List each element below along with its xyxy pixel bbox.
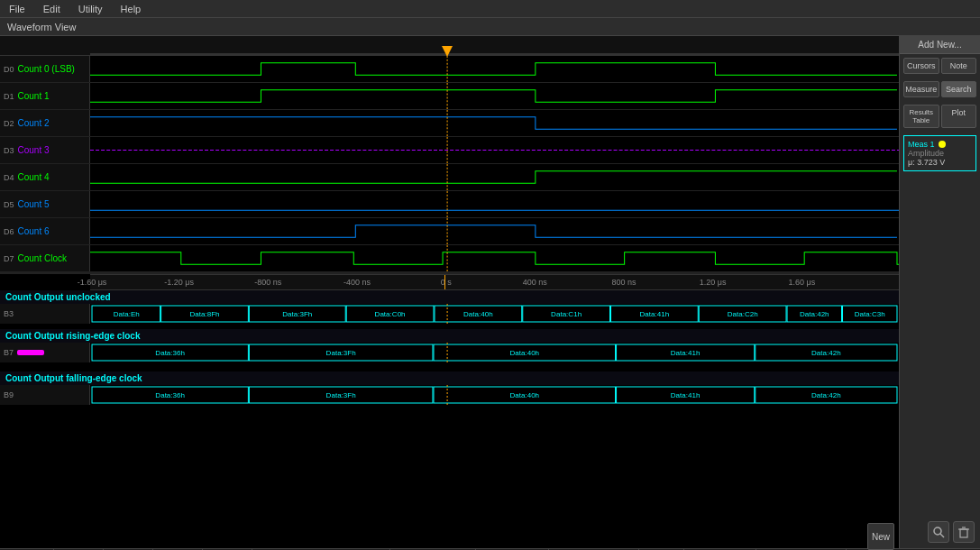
channel-row-d1: D1 Count 1 <box>0 83 899 110</box>
channel-wave-d7 <box>90 245 899 271</box>
svg-text:Data:36h: Data:36h <box>155 391 185 399</box>
svg-text:Data:40h: Data:40h <box>463 310 493 318</box>
bus3-header: Count Output falling-edge clock <box>0 371 899 385</box>
channel-label-d6: D6 Count 6 <box>0 218 90 244</box>
svg-text:Data:Eh: Data:Eh <box>114 310 140 318</box>
bus3-label: B9 <box>0 385 90 405</box>
bus2-color-indicator <box>17 350 44 355</box>
svg-text:Data:41h: Data:41h <box>640 310 670 318</box>
tick-1: -1.20 μs <box>164 278 194 287</box>
channel-row-d6: D6 Count 6 <box>0 218 899 245</box>
svg-point-53 <box>934 527 941 535</box>
note-button[interactable]: Note <box>941 58 977 74</box>
magnifier-button[interactable] <box>928 521 949 543</box>
menu-help[interactable]: Help <box>112 4 151 14</box>
spacer-right <box>900 175 980 516</box>
bus1-row: B3 Data:Eh Data:8Fh Data:3Fh Data: <box>0 304 899 324</box>
bus2-row: B7 Data:36h Data:3Fh Data:40h Data:4 <box>0 343 899 362</box>
bus1-section: Count Output unclocked B3 Data:Eh Data:8… <box>0 290 899 324</box>
svg-text:Data:40h: Data:40h <box>509 349 539 357</box>
svg-text:Data:36h: Data:36h <box>155 349 185 357</box>
tick-8: 1.60 μs <box>789 278 816 287</box>
channel-label-d3: D3 Count 3 <box>0 137 90 163</box>
svg-text:Data:3Fh: Data:3Fh <box>326 391 356 399</box>
svg-text:Data:42h: Data:42h <box>811 349 841 357</box>
channel-label-d4: D4 Count 4 <box>0 164 90 190</box>
svg-rect-55 <box>960 529 967 537</box>
bus3-section: Count Output falling-edge clock B9 Data:… <box>0 371 899 405</box>
tick-3: -400 ns <box>343 278 371 287</box>
trash-button[interactable] <box>953 521 975 543</box>
channel-wave-d2 <box>90 110 899 136</box>
bus1-header: Count Output unclocked <box>0 290 899 304</box>
svg-text:Data:C3h: Data:C3h <box>855 310 885 318</box>
bus2-wave: Data:36h Data:3Fh Data:40h Data:41h Data… <box>90 343 899 362</box>
plot-button[interactable]: Plot <box>941 105 977 128</box>
title-bar: Waveform View <box>0 18 980 36</box>
bus2-label: B7 <box>0 343 90 362</box>
tick-0: -1.60 μs <box>78 278 107 287</box>
menu-file[interactable]: File <box>0 4 34 14</box>
add-new-button[interactable]: Add New... <box>900 36 980 54</box>
meas1-label: Amplitude <box>908 149 972 158</box>
app-container: File Edit Utility Help Waveform View <box>0 0 980 550</box>
meas1-header: Meas 1 <box>908 140 972 149</box>
bus2-header: Count Output rising-edge clock <box>0 329 899 343</box>
cursor-arrow <box>442 46 453 57</box>
channel-row-d0: D0 Count 0 (LSB) <box>0 56 899 83</box>
channel-label-d0: D0 Count 0 (LSB) <box>0 56 90 82</box>
svg-text:Data:8Fh: Data:8Fh <box>189 310 219 318</box>
time-axis: -1.60 μs -1.20 μs -800 ns -400 ns 0 s 40… <box>90 274 899 290</box>
channel-wave-d6 <box>90 218 899 244</box>
channels-area: D0 Count 0 (LSB) D <box>0 56 899 272</box>
tick-2: -800 ns <box>254 278 281 287</box>
svg-text:Data:3Fh: Data:3Fh <box>326 349 356 357</box>
tick-7: 1.20 μs <box>700 278 727 287</box>
main-area: D0 Count 0 (LSB) D <box>0 36 980 548</box>
tick-6: 800 ns <box>612 278 637 287</box>
svg-line-54 <box>940 534 944 537</box>
waveform-view-title: Waveform View <box>7 22 76 32</box>
channel-label-d2: D2 Count 2 <box>0 110 90 136</box>
timeline-header <box>0 36 899 56</box>
svg-text:Data:C2h: Data:C2h <box>728 310 758 318</box>
measure-search-row: Measure Search <box>903 81 976 97</box>
meas1-value: μ: 3.723 V <box>908 158 972 167</box>
channel-row-d3: D3 Count 3 <box>0 137 899 164</box>
bus1-label: B3 <box>0 304 90 324</box>
menu-edit[interactable]: Edit <box>34 4 69 14</box>
waveform-panel: D0 Count 0 (LSB) D <box>0 36 899 548</box>
svg-text:Data:41h: Data:41h <box>671 391 701 399</box>
channel-row-d4: D4 Count 4 <box>0 164 899 191</box>
bus1-wave: Data:Eh Data:8Fh Data:3Fh Data:C0h Data:… <box>90 304 899 324</box>
channel-label-d7: D7 Count Clock <box>0 245 90 271</box>
channel-wave-d5 <box>90 191 899 217</box>
tick-4: 0 s <box>441 278 452 287</box>
tick-5: 400 ns <box>523 278 547 287</box>
channel-row-d7: D7 Count Clock <box>0 245 899 272</box>
measure-button[interactable]: Measure <box>903 81 939 97</box>
channel-row-d5: D5 Count 5 <box>0 191 899 218</box>
bus2-section: Count Output rising-edge clock B7 Data:3… <box>0 329 899 362</box>
cursor-tick-line <box>444 275 445 289</box>
meas1-title: Meas 1 <box>908 140 935 149</box>
results-table-button[interactable]: Results Table <box>903 105 939 128</box>
spacer <box>0 362 899 371</box>
right-panel: Add New... Cursors Note Measure Search R… <box>899 36 980 548</box>
search-button[interactable]: Search <box>941 81 977 97</box>
icon-row <box>900 516 980 548</box>
channel-wave-d4 <box>90 164 899 190</box>
channel-label-d1: D1 Count 1 <box>0 83 90 109</box>
cursors-button[interactable]: Cursors <box>903 58 939 74</box>
bus3-wave: Data:36h Data:3Fh Data:40h Data:41h Data… <box>90 385 899 405</box>
svg-text:Data:C0h: Data:C0h <box>375 310 406 318</box>
meas1-box: Meas 1 Amplitude μ: 3.723 V <box>903 135 976 171</box>
svg-text:Data:41h: Data:41h <box>671 349 701 357</box>
menu-utility[interactable]: Utility <box>69 4 112 14</box>
new-button[interactable]: New <box>867 523 894 550</box>
results-plot-row: Results Table Plot <box>903 105 976 128</box>
svg-text:Data:3Fh: Data:3Fh <box>282 310 312 318</box>
svg-text:Data:40h: Data:40h <box>509 391 539 399</box>
channel-label-d5: D5 Count 5 <box>0 191 90 217</box>
meas1-color-dot <box>939 141 946 148</box>
